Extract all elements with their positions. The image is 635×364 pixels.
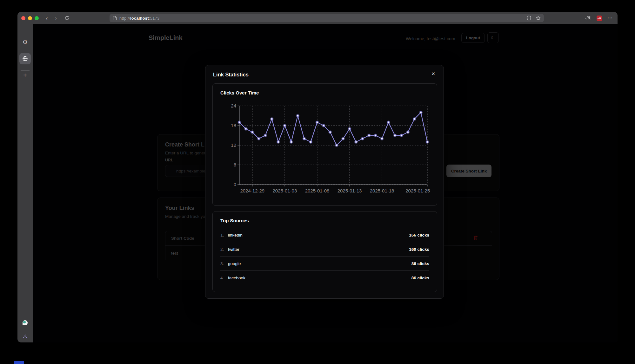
close-window-button[interactable] <box>21 16 25 20</box>
menu-dots-icon[interactable]: ••• <box>608 16 613 20</box>
back-button[interactable]: ‹ <box>46 15 48 21</box>
workspace-button[interactable] <box>17 320 33 325</box>
source-row: 1. linkedin 166 clicks <box>220 228 429 242</box>
forward-button[interactable]: › <box>55 15 57 21</box>
source-name: linkedin <box>228 233 243 237</box>
download-icon <box>23 334 28 339</box>
source-name: twitter <box>228 247 239 252</box>
source-clicks: 86 clicks <box>411 261 429 266</box>
address-bar[interactable]: http://localhost:5173 <box>110 14 544 22</box>
link-statistics-modal: Link Statistics ✕ Clicks Over Time 06121… <box>205 65 444 299</box>
bookmark-star-icon[interactable] <box>536 16 541 21</box>
new-tab-button[interactable]: + <box>17 72 33 79</box>
source-row: 4. facebook 86 clicks <box>220 271 429 285</box>
source-clicks: 160 clicks <box>409 247 429 252</box>
plus-icon: + <box>23 72 27 79</box>
sidebar-settings-tab[interactable]: ⚙ <box>17 39 33 46</box>
extensions-puzzle-icon[interactable] <box>585 16 591 21</box>
workspace-orb-icon <box>23 320 28 325</box>
top-sources-title: Top Sources <box>220 218 249 223</box>
app-page: SimpleLink Welcome, test@test.com Logout… <box>33 24 618 342</box>
source-row: 3. google 86 clicks <box>220 257 429 271</box>
sidebar-divider <box>21 70 30 71</box>
ublock-extension-icon[interactable]: uO <box>597 16 602 21</box>
reload-button[interactable] <box>64 16 70 21</box>
svg-text:0: 0 <box>234 182 236 187</box>
browser-window: ‹ › http://localhost:5173 <box>17 12 618 342</box>
modal-title: Link Statistics <box>213 72 249 78</box>
tab-sidebar: ⚙ 🏠 + <box>17 24 33 342</box>
chart-title: Clicks Over Time <box>220 90 259 95</box>
downloads-button[interactable] <box>17 334 33 339</box>
page-icon <box>113 16 117 21</box>
clicks-line-chart: 061218242024-12-292025-01-032025-01-0820… <box>220 102 431 197</box>
source-name: facebook <box>228 276 245 280</box>
svg-text:6: 6 <box>234 162 236 167</box>
background-window-sliver <box>14 361 24 364</box>
source-rank: 3. <box>220 261 228 266</box>
source-name: google <box>228 261 241 266</box>
svg-text:2025-01-18: 2025-01-18 <box>370 188 394 193</box>
top-sources-card: Top Sources 1. linkedin 166 clicks 2. tw… <box>212 211 437 292</box>
svg-text:2025-01-08: 2025-01-08 <box>305 188 330 193</box>
source-row: 2. twitter 160 clicks <box>220 242 429 257</box>
globe-icon <box>22 56 28 62</box>
svg-text:24: 24 <box>231 103 236 108</box>
top-sources-list: 1. linkedin 166 clicks 2. twitter 160 cl… <box>220 228 429 285</box>
gear-icon: ⚙ <box>23 39 28 46</box>
source-rank: 2. <box>220 247 228 252</box>
minimize-window-button[interactable] <box>28 16 32 20</box>
sidebar-active-globe-tab[interactable] <box>19 53 31 64</box>
source-rank: 4. <box>220 276 228 280</box>
svg-text:2025-01-03: 2025-01-03 <box>273 188 297 193</box>
traffic-lights <box>21 16 39 20</box>
close-icon[interactable]: ✕ <box>430 70 437 78</box>
svg-text:12: 12 <box>231 142 236 148</box>
svg-text:18: 18 <box>231 123 236 128</box>
source-clicks: 86 clicks <box>411 276 429 280</box>
zoom-window-button[interactable] <box>35 16 39 20</box>
svg-text:2025-01-13: 2025-01-13 <box>338 188 362 193</box>
url-text: http://localhost:5173 <box>119 16 159 21</box>
clicks-over-time-card: Clicks Over Time 061218242024-12-292025-… <box>212 83 437 206</box>
tracking-shield-icon[interactable] <box>527 16 531 21</box>
source-rank: 1. <box>220 233 228 237</box>
browser-toolbar: ‹ › http://localhost:5173 <box>17 12 618 24</box>
source-clicks: 166 clicks <box>409 233 429 237</box>
desktop: ‹ › http://localhost:5173 <box>0 0 635 364</box>
svg-text:2024-12-29: 2024-12-29 <box>240 188 264 193</box>
svg-text:2025-01-25: 2025-01-25 <box>405 188 430 193</box>
